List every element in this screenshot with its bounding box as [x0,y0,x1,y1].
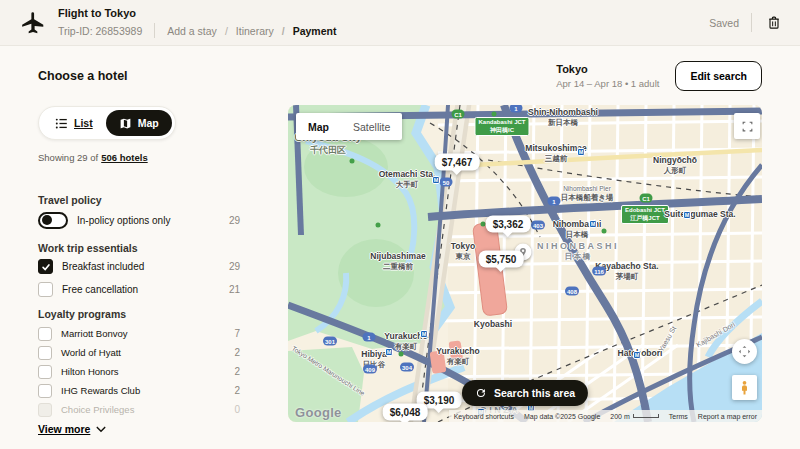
airplane-icon [18,10,48,36]
checkbox[interactable] [38,346,52,360]
breadcrumb-item[interactable]: /Payment [274,25,337,37]
map-type-satellite-button[interactable]: Satellite [341,113,402,140]
hotel-price-pin[interactable]: $3,362 [486,216,531,233]
google-logo[interactable]: Google [295,405,342,420]
work-trip-filters: Breakfast included 29 Free cancellation … [38,255,240,301]
search-header: Choose a hotel Tokyo Apr 14 – Apr 18 • 1… [0,46,800,105]
hotel-price-pin[interactable]: $7,467 [435,154,480,171]
filter-count: 21 [229,284,240,295]
checkbox[interactable] [38,403,52,417]
map-scale: 200 m [610,413,658,420]
divider [751,13,752,32]
filter-row[interactable]: Free cancellation 21 [38,278,240,301]
trash-icon [766,14,782,31]
terms-link[interactable]: Terms [669,413,688,420]
map-icon [119,117,132,130]
fullscreen-button[interactable] [734,113,760,139]
trip-id: Trip-ID: 26853989 [58,25,142,37]
filter-count: 7 [234,328,240,339]
travel-policy-title: Travel policy [38,194,240,207]
view-toggle: List Map [38,106,176,140]
checkbox[interactable] [38,365,52,379]
checkbox[interactable] [38,327,52,341]
page-title: Choose a hotel [38,69,128,83]
list-view-button[interactable]: List [42,110,106,136]
keyboard-shortcuts-link[interactable]: Keyboard shortcuts [454,413,514,420]
filter-row[interactable]: Breakfast included 29 [38,255,240,278]
destination: Tokyo [556,63,659,75]
loyalty-filters: Marriott Bonvoy 7 World of Hyatt 2 Hilto… [38,324,240,419]
checkbox[interactable] [38,384,52,398]
saved-status: Saved [709,17,739,29]
map-type-map-button[interactable]: Map [296,113,341,140]
check-icon [41,262,51,272]
toggle-label: In-policy options only [77,215,170,226]
hotel-price-pin[interactable]: $6,048 [383,404,428,421]
delete-trip-button[interactable] [764,12,784,33]
list-icon [55,117,68,130]
filter-count: 2 [234,366,240,377]
breadcrumb: /Add a stay /Itinerary /Payment [167,25,336,37]
breadcrumb-item[interactable]: /Add a stay [167,25,217,37]
trip-title: Flight to Tokyo [58,7,336,20]
search-summary: Tokyo Apr 14 – Apr 18 • 1 adult [556,63,659,89]
map-type-control: Map Satellite [296,113,402,140]
report-error-link[interactable]: Report a map error [698,413,757,420]
map-data-credit: Map data ©2025 Google [524,413,600,420]
in-policy-toggle[interactable] [38,212,68,229]
checkbox[interactable] [38,259,53,274]
refresh-icon [475,387,487,399]
filter-row[interactable]: IHG Rewards Club 2 [38,381,240,400]
pan-arrows-icon [737,344,752,359]
filter-count: 29 [229,215,240,226]
in-policy-toggle-row: In-policy options only 29 [38,211,240,229]
checkbox[interactable] [38,282,53,297]
edit-search-button[interactable]: Edit search [675,61,762,91]
map-view-button[interactable]: Map [106,110,172,136]
view-more-button[interactable]: View more [38,423,106,435]
breadcrumb-item[interactable]: /Itinerary [217,25,274,37]
fullscreen-icon [741,120,754,133]
results-summary: Showing 29 of506 hotels [38,152,240,164]
pegman-button[interactable] [732,375,757,400]
trip-header: Flight to Tokyo Trip-ID: 26853989 /Add a… [0,0,800,46]
filter-row[interactable]: Choice Privileges 0 [38,400,240,419]
dates-occupancy: Apr 14 – Apr 18 • 1 adult [556,78,659,89]
divider [154,23,155,38]
pan-control-button[interactable] [732,339,757,364]
chevron-down-icon [96,426,106,433]
filter-count: 2 [234,347,240,358]
map: Chiyoda City 千代田区 Otemachi Sta. 大手町 Shin… [288,105,762,422]
map-attribution: Keyboard shortcuts Map data ©2025 Google… [449,410,762,422]
filter-row[interactable]: World of Hyatt 2 [38,343,240,362]
filter-row[interactable]: Hilton Honors 2 [38,362,240,381]
hotel-price-pin[interactable]: $5,750 [479,251,524,268]
filter-count: 29 [229,261,240,272]
filter-row[interactable]: Marriott Bonvoy 7 [38,324,240,343]
loyalty-title: Loyalty programs [38,308,240,321]
filter-count: 0 [234,404,240,415]
work-trip-title: Work trip essentials [38,242,240,255]
map-canvas[interactable] [288,105,762,422]
hotels-count-link[interactable]: 506 hotels [101,152,147,163]
filters-sidebar: List Map Showing 29 of506 hotels Travel … [38,106,240,435]
filter-count: 2 [234,385,240,396]
search-this-area-button[interactable]: Search this area [462,380,588,406]
pegman-icon [737,380,752,395]
